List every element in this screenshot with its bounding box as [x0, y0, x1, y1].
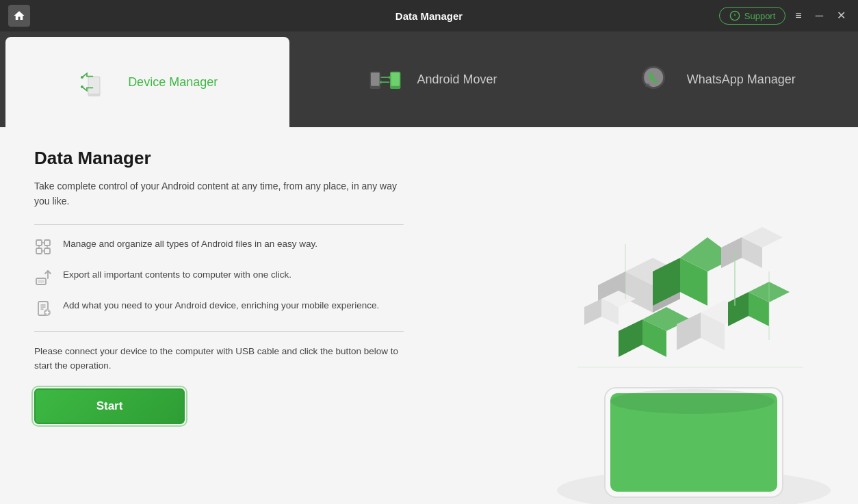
minimize-button[interactable]: ─	[811, 9, 827, 23]
manage-files-icon	[34, 238, 53, 257]
svg-marker-36	[619, 319, 642, 357]
svg-rect-15	[36, 248, 42, 254]
svg-rect-16	[44, 248, 50, 254]
title-bar: Data Manager Support ≡ ─ ✕	[0, 0, 858, 31]
svg-rect-14	[44, 240, 50, 246]
svg-point-3	[81, 76, 83, 79]
content-right	[520, 127, 858, 504]
feature-list: Manage and organize all types of Android…	[34, 237, 486, 319]
android-mover-icon	[366, 60, 404, 98]
window-controls: Support ≡ ─ ✕	[719, 7, 850, 25]
svg-rect-2	[89, 77, 99, 94]
device-manager-icon	[77, 63, 116, 101]
svg-point-12	[644, 68, 663, 87]
nav-bar: Device Manager Android Mover	[0, 31, 858, 127]
whatsapp-manager-icon	[636, 60, 675, 98]
svg-point-24	[610, 389, 775, 414]
content-left: Data Manager Take complete control of yo…	[0, 127, 520, 504]
page-description: Take complete control of your Android co…	[34, 178, 404, 209]
support-button[interactable]: Support	[719, 7, 786, 25]
feature-text-3: Add what you need to your Android device…	[63, 299, 379, 313]
tab-device-manager[interactable]: Device Manager	[5, 37, 289, 127]
feature-item-2: Export all important contents to compute…	[34, 268, 486, 288]
svg-rect-13	[36, 240, 42, 246]
tab-device-manager-label: Device Manager	[128, 75, 218, 90]
svg-rect-6	[371, 72, 380, 86]
feature-item-1: Manage and organize all types of Android…	[34, 237, 486, 257]
close-button[interactable]: ✕	[833, 9, 850, 23]
tab-whatsapp-manager-label: WhatsApp Manager	[687, 72, 796, 87]
export-icon	[34, 269, 53, 288]
svg-rect-18	[38, 280, 44, 283]
tab-android-mover-label: Android Mover	[417, 72, 497, 87]
divider-bottom	[34, 331, 404, 332]
svg-marker-33	[721, 237, 742, 268]
home-button[interactable]	[8, 5, 30, 27]
svg-marker-42	[728, 292, 749, 326]
svg-marker-45	[584, 299, 601, 325]
svg-point-4	[81, 85, 83, 88]
main-content: Data Manager Take complete control of yo…	[0, 127, 858, 504]
feature-text-1: Manage and organize all types of Android…	[63, 237, 317, 251]
tab-android-mover[interactable]: Android Mover	[289, 31, 573, 127]
add-content-icon	[34, 300, 53, 319]
page-heading: Data Manager	[34, 148, 486, 169]
svg-rect-8	[391, 72, 400, 86]
connect-text: Please connect your device to the comput…	[34, 344, 404, 373]
illustration	[520, 217, 858, 504]
menu-button[interactable]: ≡	[791, 9, 805, 23]
feature-item-3: Add what you need to your Android device…	[34, 299, 486, 319]
feature-text-2: Export all important contents to compute…	[63, 268, 291, 282]
divider-top	[34, 224, 404, 225]
app-title: Data Manager	[395, 10, 463, 22]
start-button[interactable]: Start	[34, 388, 185, 424]
tab-whatsapp-manager[interactable]: WhatsApp Manager	[574, 31, 858, 127]
